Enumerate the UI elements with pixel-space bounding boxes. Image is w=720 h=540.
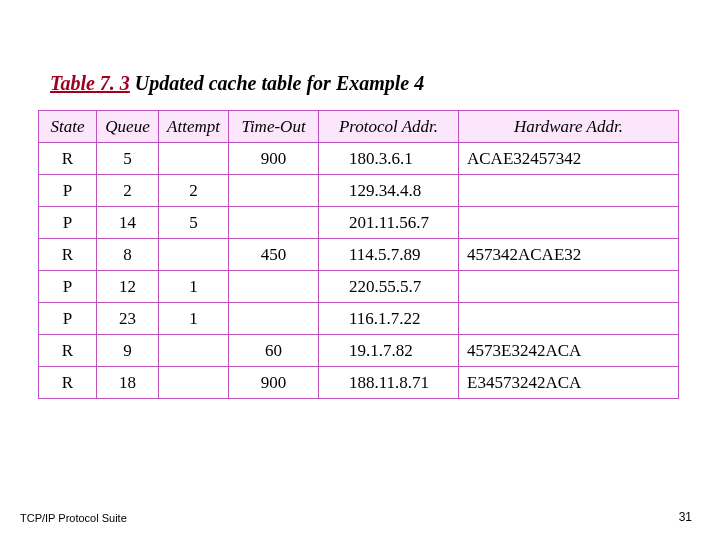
table-row: P231116.1.7.22 [39, 303, 679, 335]
cell-state: P [39, 175, 97, 207]
table-row: P145201.11.56.7 [39, 207, 679, 239]
cell-proto: 188.11.8.71 [319, 367, 459, 399]
col-hw: Hardware Addr. [459, 111, 679, 143]
table-title: Updated cache table for Example 4 [130, 72, 424, 94]
cell-attempt [159, 335, 229, 367]
cell-state: P [39, 271, 97, 303]
cell-queue: 12 [97, 271, 159, 303]
table-number: Table 7. 3 [50, 72, 130, 94]
table-row: R18900188.11.8.71E34573242ACA [39, 367, 679, 399]
cell-timeout [229, 271, 319, 303]
col-proto: Protocol Addr. [319, 111, 459, 143]
cell-state: R [39, 143, 97, 175]
table-caption: Table 7. 3 Updated cache table for Examp… [50, 72, 424, 95]
cell-hw [459, 303, 679, 335]
cell-attempt [159, 143, 229, 175]
col-queue: Queue [97, 111, 159, 143]
cell-queue: 23 [97, 303, 159, 335]
cell-attempt [159, 239, 229, 271]
slide-page: Table 7. 3 Updated cache table for Examp… [0, 0, 720, 540]
cell-hw [459, 271, 679, 303]
page-number: 31 [679, 510, 692, 524]
cell-timeout [229, 175, 319, 207]
cell-queue: 2 [97, 175, 159, 207]
cell-hw: ACAE32457342 [459, 143, 679, 175]
cell-state: R [39, 239, 97, 271]
cell-hw [459, 207, 679, 239]
table-header-row: State Queue Attempt Time-Out Protocol Ad… [39, 111, 679, 143]
cell-proto: 114.5.7.89 [319, 239, 459, 271]
cell-hw: 457342ACAE32 [459, 239, 679, 271]
cell-timeout: 60 [229, 335, 319, 367]
cell-hw: 4573E3242ACA [459, 335, 679, 367]
cell-attempt: 5 [159, 207, 229, 239]
cell-timeout [229, 207, 319, 239]
cell-state: R [39, 367, 97, 399]
table-row: P22129.34.4.8 [39, 175, 679, 207]
cell-hw: E34573242ACA [459, 367, 679, 399]
cell-state: R [39, 335, 97, 367]
table-row: R8450114.5.7.89457342ACAE32 [39, 239, 679, 271]
table-row: R5900180.3.6.1ACAE32457342 [39, 143, 679, 175]
cell-timeout: 900 [229, 367, 319, 399]
table-row: P121220.55.5.7 [39, 271, 679, 303]
cache-table: State Queue Attempt Time-Out Protocol Ad… [38, 110, 679, 399]
cell-attempt: 1 [159, 271, 229, 303]
cell-timeout: 450 [229, 239, 319, 271]
cell-attempt: 1 [159, 303, 229, 335]
cell-hw [459, 175, 679, 207]
cell-state: P [39, 303, 97, 335]
cell-proto: 116.1.7.22 [319, 303, 459, 335]
cell-queue: 5 [97, 143, 159, 175]
col-attempt: Attempt [159, 111, 229, 143]
cell-queue: 14 [97, 207, 159, 239]
col-timeout: Time-Out [229, 111, 319, 143]
cell-queue: 9 [97, 335, 159, 367]
cell-queue: 18 [97, 367, 159, 399]
cell-state: P [39, 207, 97, 239]
cell-timeout: 900 [229, 143, 319, 175]
cell-proto: 129.34.4.8 [319, 175, 459, 207]
cell-proto: 180.3.6.1 [319, 143, 459, 175]
cell-proto: 220.55.5.7 [319, 271, 459, 303]
table-container: State Queue Attempt Time-Out Protocol Ad… [38, 110, 678, 399]
col-state: State [39, 111, 97, 143]
cell-queue: 8 [97, 239, 159, 271]
table-row: R96019.1.7.824573E3242ACA [39, 335, 679, 367]
cell-timeout [229, 303, 319, 335]
cell-proto: 19.1.7.82 [319, 335, 459, 367]
cell-attempt: 2 [159, 175, 229, 207]
cell-proto: 201.11.56.7 [319, 207, 459, 239]
cell-attempt [159, 367, 229, 399]
footer-source: TCP/IP Protocol Suite [20, 512, 127, 524]
